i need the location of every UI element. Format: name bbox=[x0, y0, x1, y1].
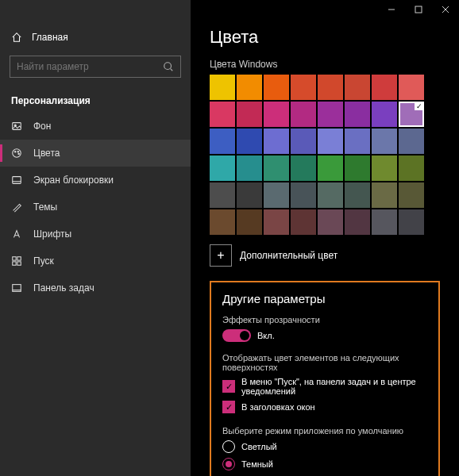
maximize-button[interactable] bbox=[405, 0, 432, 19]
svg-point-4 bbox=[164, 63, 172, 70]
color-swatch[interactable] bbox=[345, 155, 370, 181]
color-swatch[interactable] bbox=[372, 209, 397, 235]
sidebar-item-4[interactable]: Шрифты bbox=[0, 221, 191, 248]
checkbox-icon: ✓ bbox=[222, 401, 235, 413]
sidebar-item-label: Пуск bbox=[33, 255, 54, 267]
page-heading: Цвета bbox=[210, 27, 440, 48]
color-swatch[interactable] bbox=[372, 75, 397, 100]
svg-line-5 bbox=[171, 69, 173, 71]
color-swatch[interactable] bbox=[264, 182, 289, 208]
svg-rect-15 bbox=[17, 257, 21, 260]
sidebar-home[interactable]: Главная bbox=[0, 25, 191, 49]
color-swatch[interactable] bbox=[318, 155, 343, 181]
search-box[interactable] bbox=[10, 56, 181, 78]
plus-icon: + bbox=[210, 244, 232, 267]
color-swatch[interactable] bbox=[210, 182, 235, 208]
sidebar-item-label: Фон bbox=[33, 121, 51, 132]
sidebar-item-5[interactable]: Пуск bbox=[0, 248, 191, 274]
radio-label: Темный bbox=[241, 459, 273, 469]
radio-light[interactable]: Светлый bbox=[222, 440, 427, 453]
color-swatch[interactable] bbox=[345, 182, 370, 208]
color-swatch[interactable] bbox=[372, 155, 397, 181]
color-swatch[interactable] bbox=[372, 182, 397, 208]
other-heading: Другие параметры bbox=[222, 292, 427, 305]
checkbox-titlebars[interactable]: ✓ В заголовках окон bbox=[222, 401, 427, 413]
color-swatch[interactable] bbox=[264, 155, 289, 181]
color-swatch[interactable] bbox=[264, 75, 289, 100]
sidebar-item-label: Экран блокировки bbox=[33, 175, 114, 186]
color-swatch[interactable] bbox=[237, 129, 262, 154]
close-button[interactable] bbox=[432, 0, 459, 19]
sidebar-item-0[interactable]: Фон bbox=[0, 113, 191, 140]
lock-screen-icon bbox=[11, 175, 22, 186]
color-swatch[interactable] bbox=[210, 129, 235, 154]
color-swatch[interactable] bbox=[345, 209, 370, 235]
sidebar-item-3[interactable]: Темы bbox=[0, 194, 191, 221]
color-swatch[interactable] bbox=[291, 102, 316, 127]
color-swatch[interactable] bbox=[264, 102, 289, 127]
search-input[interactable] bbox=[17, 61, 163, 72]
sidebar-item-1[interactable]: Цвета bbox=[0, 140, 191, 167]
sidebar-home-label: Главная bbox=[32, 32, 68, 43]
color-swatch[interactable] bbox=[399, 129, 424, 154]
color-swatch[interactable] bbox=[210, 102, 235, 127]
sidebar-section-label: Персонализация bbox=[0, 84, 191, 113]
color-swatch[interactable] bbox=[291, 155, 316, 181]
color-swatch[interactable] bbox=[237, 209, 262, 235]
svg-point-9 bbox=[15, 152, 16, 152]
sidebar-item-label: Темы bbox=[33, 202, 57, 213]
svg-point-11 bbox=[18, 153, 19, 154]
color-swatch[interactable] bbox=[372, 102, 397, 127]
color-swatch[interactable] bbox=[237, 182, 262, 208]
color-swatch[interactable] bbox=[345, 75, 370, 100]
color-swatch[interactable] bbox=[318, 209, 343, 235]
color-swatch[interactable] bbox=[399, 155, 424, 181]
svg-rect-16 bbox=[13, 262, 16, 265]
start-icon bbox=[11, 255, 22, 267]
color-swatch[interactable] bbox=[399, 75, 424, 100]
color-swatch[interactable] bbox=[345, 129, 370, 154]
color-swatch[interactable] bbox=[237, 155, 262, 181]
color-swatch[interactable] bbox=[318, 102, 343, 127]
color-swatch[interactable] bbox=[291, 75, 316, 100]
color-swatch[interactable] bbox=[318, 129, 343, 154]
color-swatch[interactable] bbox=[372, 129, 397, 154]
color-swatch[interactable] bbox=[318, 75, 343, 100]
mode-label: Выберите режим приложения по умолчанию bbox=[222, 426, 427, 436]
color-swatch[interactable] bbox=[237, 102, 262, 127]
color-swatch[interactable] bbox=[237, 75, 262, 100]
color-swatch[interactable] bbox=[399, 209, 424, 235]
svg-point-10 bbox=[17, 152, 18, 152]
radio-icon bbox=[222, 458, 235, 470]
color-swatch[interactable] bbox=[210, 155, 235, 181]
palette-label: Цвета Windows bbox=[210, 59, 440, 70]
color-swatch[interactable] bbox=[264, 209, 289, 235]
color-swatch[interactable] bbox=[291, 182, 316, 208]
radio-dark[interactable]: Темный bbox=[222, 458, 427, 470]
sidebar-item-6[interactable]: Панель задач bbox=[0, 274, 191, 301]
color-palette bbox=[210, 75, 440, 235]
transparency-label: Эффекты прозрачности bbox=[222, 315, 427, 324]
color-swatch[interactable] bbox=[264, 129, 289, 154]
color-swatch[interactable] bbox=[345, 102, 370, 127]
transparency-state: Вкл. bbox=[257, 331, 275, 340]
other-options-section: Другие параметры Эффекты прозрачности Вк… bbox=[210, 281, 440, 476]
custom-color-button[interactable]: + Дополнительный цвет bbox=[210, 244, 440, 267]
minimize-button[interactable] bbox=[378, 0, 405, 19]
color-swatch[interactable] bbox=[210, 75, 235, 100]
color-swatch[interactable] bbox=[318, 182, 343, 208]
color-swatch[interactable] bbox=[291, 129, 316, 154]
home-icon bbox=[11, 32, 22, 43]
sidebar-item-label: Панель задач bbox=[33, 282, 94, 294]
checkbox-icon: ✓ bbox=[222, 380, 235, 393]
color-swatch[interactable] bbox=[210, 209, 235, 235]
palette-icon bbox=[11, 148, 22, 159]
svg-rect-14 bbox=[13, 257, 16, 260]
color-swatch[interactable] bbox=[399, 102, 424, 127]
color-swatch[interactable] bbox=[399, 182, 424, 208]
transparency-toggle[interactable] bbox=[222, 329, 251, 342]
sidebar-item-2[interactable]: Экран блокировки bbox=[0, 167, 191, 194]
color-swatch[interactable] bbox=[291, 209, 316, 235]
checkbox-start-taskbar[interactable]: ✓ В меню "Пуск", на панели задач и в цен… bbox=[222, 377, 427, 396]
checkbox-label: В заголовках окон bbox=[241, 402, 315, 412]
